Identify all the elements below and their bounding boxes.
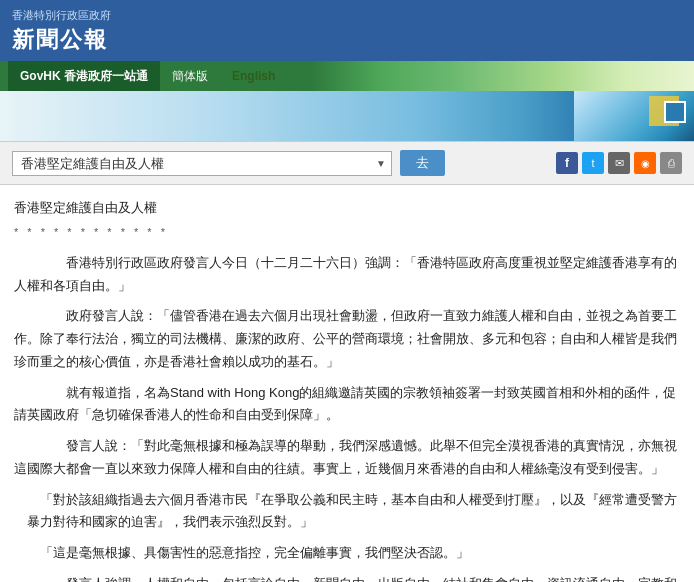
stars-divider: * * * * * * * * * * * * [14,223,680,242]
paragraph-1: 香港特別行政區政府發言人今日（十二月二十六日）強調：「香港特區政府高度重視並堅定… [14,252,680,298]
article-content: 香港堅定維護自由及人權 * * * * * * * * * * * * 香港特別… [0,185,694,582]
nav-govhk-link[interactable]: GovHK 香港政府一站通 [8,61,160,91]
banner-decoration-2 [664,101,686,123]
paragraph-2: 政府發言人說：「儘管香港在過去六個月出現社會動盪，但政府一直致力維護人權和自由，… [14,305,680,373]
rss-icon[interactable]: ◉ [634,152,656,174]
banner-graphic [574,91,694,141]
banner [0,91,694,141]
nav-simplified-link[interactable]: 簡体版 [160,64,220,89]
paragraph-4: 發言人說：「對此毫無根據和極為誤導的舉動，我們深感遺憾。此舉不但完全漠視香港的真… [14,435,680,481]
twitter-icon[interactable]: t [582,152,604,174]
facebook-icon[interactable]: f [556,152,578,174]
topic-select[interactable]: 香港堅定維護自由及人權 [12,151,392,176]
article-title: 香港堅定維護自由及人權 [14,197,680,219]
topic-dropdown-wrapper: 香港堅定維護自由及人權 ▼ [12,151,392,176]
gov-title: 新聞公報 [12,25,682,55]
go-button[interactable]: 去 [400,150,445,176]
paragraph-5: 「對於該組織指過去六個月香港市民『在爭取公義和民主時，基本自由和人權受到打壓』，… [27,489,680,535]
paragraph-7: 發言人強調，人權和自由，包括言論自由、新聞自由、出版自由、結社和集會自由、資訊流… [14,573,680,582]
nav-english-link[interactable]: English [220,65,287,87]
navbar: GovHK 香港政府一站通 簡体版 English [0,61,694,91]
paragraph-6: 「這是毫無根據、具傷害性的惡意指控，完全偏離事實，我們堅決否認。」 [27,542,680,565]
print-icon[interactable]: ⎙ [660,152,682,174]
social-icons: f t ✉ ◉ ⎙ [556,152,682,174]
toolbar: 香港堅定維護自由及人權 ▼ 去 f t ✉ ◉ ⎙ [0,141,694,185]
email-icon[interactable]: ✉ [608,152,630,174]
page-header: 香港特別行政區政府 新聞公報 [0,0,694,61]
gov-subtitle: 香港特別行政區政府 [12,8,682,23]
paragraph-3: 就有報道指，名為Stand with Hong Kong的組織邀請英國的宗教領袖… [14,382,680,428]
